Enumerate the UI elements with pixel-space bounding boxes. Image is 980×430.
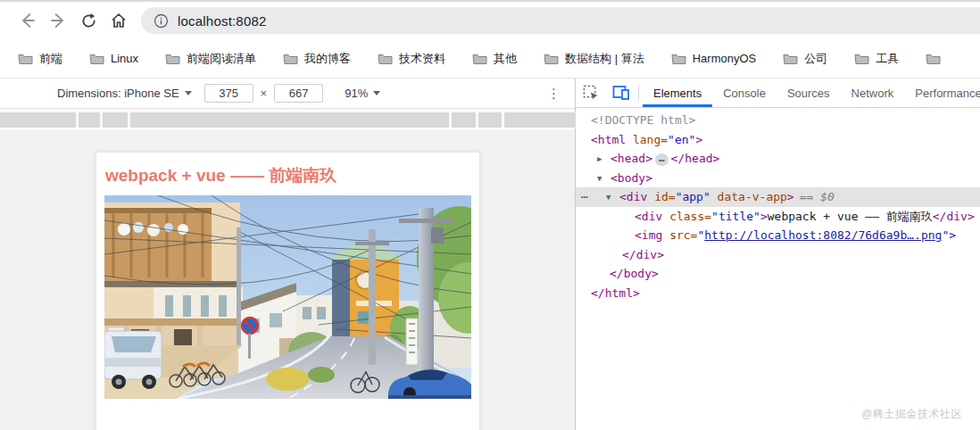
- ruler-segment[interactable]: [478, 112, 502, 128]
- tab-console[interactable]: Console: [712, 79, 777, 107]
- dimension-separator: ×: [261, 87, 268, 100]
- url-text: localhost:8082: [178, 13, 267, 29]
- resource-link[interactable]: http://localhost:8082/76d6a9b….png: [704, 228, 942, 242]
- more-actions-icon[interactable]: ⋯: [576, 187, 606, 207]
- bookmarks-bar: 前端 Linux 前端阅读清单 我的博客 技术资料 其他 数据结构 | 算法: [0, 39, 980, 79]
- collapse-arrow-icon[interactable]: ▼: [606, 188, 619, 207]
- home-button[interactable]: [104, 5, 134, 36]
- reload-button[interactable]: [73, 5, 104, 36]
- bookmark-label: HarmonyOS: [693, 52, 757, 65]
- chevron-down-icon: [373, 91, 380, 95]
- bookmark-folder-data-structures[interactable]: 数据结构 | 算法: [544, 51, 644, 67]
- tab-network[interactable]: Network: [841, 79, 905, 107]
- dom-node-head[interactable]: ▶<head>…</head>: [576, 149, 980, 169]
- ruler-segment[interactable]: [79, 112, 100, 128]
- reload-icon: [80, 12, 97, 29]
- folder-icon: [926, 53, 941, 65]
- bookmark-label: 公司: [804, 51, 827, 67]
- bookmark-folder-my-blog[interactable]: 我的博客: [283, 51, 351, 67]
- inspect-cursor-icon: [583, 85, 600, 102]
- bookmark-folder-clipped[interactable]: [926, 53, 941, 65]
- browser-window: localhost:8082 前端 Linux 前端阅读清单 我的博客 技术资料…: [0, 0, 980, 430]
- dom-node-img[interactable]: <img src="http://localhost:8082/76d6a9b……: [576, 226, 980, 245]
- device-toolbar: Dimensions: iPhone SE × 91% ⋮: [0, 79, 575, 109]
- folder-icon: [671, 53, 686, 65]
- bookmark-folder-tech-docs[interactable]: 技术资料: [378, 51, 445, 67]
- bookmark-folder-frontend[interactable]: 前端: [18, 51, 62, 67]
- bookmark-label: 前端阅读清单: [187, 51, 256, 67]
- dom-node-app-div-selected[interactable]: ⋯▼<div id="app" data-v-app>== $0: [576, 187, 980, 207]
- doctype-text: <!DOCTYPE html>: [591, 113, 695, 127]
- juejin-watermark: @稀土掘金技术社区: [861, 407, 962, 422]
- viewport-width-input[interactable]: [204, 84, 253, 103]
- tab-performance-clipped[interactable]: Performance: [904, 79, 980, 107]
- dimensions-label: Dimensions: iPhone SE: [57, 87, 179, 100]
- bookmark-folder-reading-list[interactable]: 前端阅读清单: [165, 51, 256, 67]
- bookmark-label: 我的博客: [304, 51, 351, 67]
- device-emulation-pane: Dimensions: iPhone SE × 91% ⋮: [0, 79, 576, 430]
- bookmark-folder-linux[interactable]: Linux: [89, 52, 138, 65]
- ruler-segment[interactable]: [130, 112, 449, 128]
- page-title: webpack + vue —— 前端南玖: [105, 164, 470, 187]
- bookmark-label: 技术资料: [399, 51, 445, 67]
- bookmark-label: Linux: [111, 52, 138, 65]
- bookmark-label: 工具: [876, 51, 899, 67]
- dom-node-doctype[interactable]: <!DOCTYPE html>: [576, 111, 980, 130]
- bookmark-label: 其他: [494, 51, 517, 67]
- zoom-select[interactable]: 91%: [345, 87, 380, 100]
- device-dimensions-select[interactable]: Dimensions: iPhone SE: [57, 87, 192, 100]
- dom-tree: <!DOCTYPE html> <html lang="en"> ▶<head>…: [576, 108, 980, 430]
- device-toolbar-icon: [612, 85, 630, 101]
- forward-arrow-icon: [49, 12, 67, 29]
- chevron-down-icon: [185, 91, 192, 95]
- devtools-toolbar: Elements Console Sources Network Perform…: [576, 79, 980, 108]
- back-button[interactable]: [12, 5, 43, 36]
- emulated-viewport-area: webpack + vue —— 前端南玖: [0, 131, 575, 430]
- folder-icon: [378, 53, 393, 65]
- selected-node-badge: == $0: [800, 190, 835, 203]
- ruler-segment[interactable]: [0, 112, 76, 128]
- dom-node-div-close[interactable]: </div>: [576, 245, 980, 265]
- dom-node-body-open[interactable]: ▼<body>: [576, 169, 980, 188]
- bookmark-label: 前端: [39, 51, 62, 67]
- bookmark-folder-harmonyos[interactable]: HarmonyOS: [671, 52, 757, 65]
- folder-icon: [165, 53, 180, 65]
- inspect-element-button[interactable]: [576, 79, 606, 107]
- zoom-value: 91%: [345, 87, 368, 100]
- bookmark-folder-tools[interactable]: 工具: [854, 51, 899, 67]
- folder-icon: [89, 53, 104, 65]
- ruler-segment[interactable]: [504, 112, 576, 128]
- dom-node-title-div[interactable]: <div class="title">webpack + vue —— 前端南玖…: [576, 207, 980, 227]
- viewport-height-input[interactable]: [274, 84, 323, 103]
- tab-sources[interactable]: Sources: [777, 79, 841, 107]
- tab-elements[interactable]: Elements: [643, 79, 712, 107]
- devtools-panel: Elements Console Sources Network Perform…: [576, 79, 980, 430]
- forward-button[interactable]: [43, 5, 73, 36]
- emulated-page: webpack + vue —— 前端南玖: [96, 153, 479, 430]
- folder-icon: [783, 53, 798, 65]
- browser-toolbar: localhost:8082: [0, 2, 980, 39]
- device-toolbar-menu-button[interactable]: ⋮: [547, 87, 561, 100]
- address-bar[interactable]: localhost:8082: [141, 7, 980, 34]
- ruler-segment[interactable]: [103, 112, 128, 128]
- collapsed-content-button[interactable]: …: [655, 153, 669, 166]
- media-query-ruler: [0, 109, 575, 131]
- home-icon: [110, 12, 128, 29]
- bookmark-folder-company[interactable]: 公司: [783, 51, 827, 67]
- dom-node-html-open[interactable]: <html lang="en">: [576, 130, 980, 150]
- folder-icon: [472, 53, 487, 65]
- folder-icon: [544, 53, 559, 65]
- street-photo-illustration: [104, 195, 471, 399]
- bookmark-label: 数据结构 | 算法: [565, 51, 644, 67]
- expand-arrow-icon[interactable]: ▶: [597, 150, 610, 169]
- back-arrow-icon: [19, 12, 37, 29]
- bookmark-folder-other[interactable]: 其他: [472, 51, 517, 67]
- collapse-arrow-icon[interactable]: ▼: [597, 170, 610, 188]
- page-info-icon[interactable]: [154, 13, 169, 29]
- dom-node-body-close[interactable]: </body>: [576, 264, 980, 284]
- main-area: Dimensions: iPhone SE × 91% ⋮: [0, 79, 980, 430]
- ruler-segment[interactable]: [452, 112, 476, 128]
- toggle-device-toolbar-button[interactable]: [606, 79, 636, 107]
- folder-icon: [283, 53, 298, 65]
- dom-node-html-close[interactable]: </html>: [576, 284, 980, 303]
